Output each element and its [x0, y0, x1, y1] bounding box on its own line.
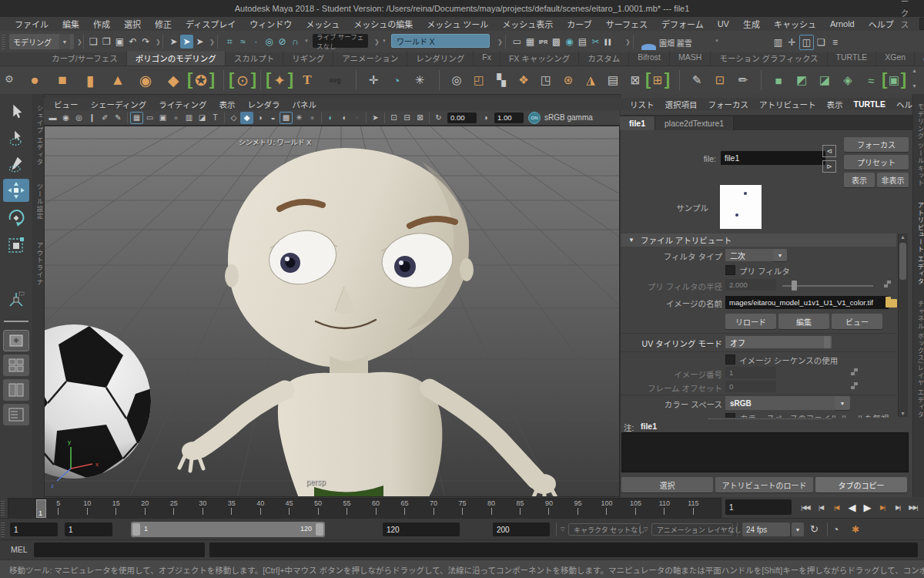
- uv-contour-stretch-icon[interactable]: ≈: [861, 69, 881, 92]
- lattice-deform-icon[interactable]: ⊠: [625, 69, 645, 92]
- poly-polygon-icon[interactable]: ⊙: [231, 69, 254, 92]
- separate-icon[interactable]: ▚: [491, 69, 511, 92]
- ignore-color-space-rules-checkbox[interactable]: [725, 413, 735, 418]
- multi-cut-icon[interactable]: ✏: [733, 69, 753, 92]
- snap-to-grid-icon[interactable]: ⌗: [223, 35, 236, 49]
- menu-item[interactable]: ディスプレイ: [179, 18, 243, 30]
- texture-map-icon[interactable]: [851, 368, 858, 375]
- filter-type-dropdown[interactable]: 二次: [725, 249, 779, 261]
- multisample-icon[interactable]: ◖: [337, 112, 350, 124]
- attribute-editor-tab[interactable]: place2dTexture1: [655, 116, 734, 130]
- input-connection-icon[interactable]: ⊲: [822, 145, 836, 157]
- viewport-canvas[interactable]: y x z: [44, 126, 620, 497]
- shadows-icon[interactable]: ✳: [293, 112, 306, 124]
- gamma-field[interactable]: 1.00: [494, 113, 524, 123]
- uv-spherical-mapping-icon[interactable]: ◪: [815, 69, 835, 92]
- time-options-icon[interactable]: ◔: [387, 69, 407, 92]
- select-node-button[interactable]: 選択: [621, 477, 713, 492]
- modeling-toolkit-tab[interactable]: モデリング ツールキット: [916, 103, 924, 187]
- wireframe-on-shaded-icon[interactable]: ◑: [253, 112, 266, 124]
- shelf-tab[interactable]: Fx: [474, 51, 500, 66]
- menu-item[interactable]: 編集: [55, 18, 86, 30]
- shelf-tab[interactable]: FX キャッシング: [500, 51, 579, 66]
- step-back-key-button[interactable]: |◀: [829, 499, 844, 516]
- play-forwards-button[interactable]: ▶: [859, 499, 875, 516]
- shelf-tab[interactable]: モーション グラフィックス: [711, 51, 827, 66]
- scroll-up-icon[interactable]: ▲: [899, 234, 907, 240]
- splitter-handle[interactable]: [708, 418, 832, 419]
- exposure-field[interactable]: 0.00: [447, 113, 477, 123]
- shelf-tab[interactable]: レンダリング: [407, 51, 474, 66]
- channel-box-tab[interactable]: チャネル ボックス/レイヤ エディタ: [916, 301, 924, 418]
- menu-item[interactable]: 生成: [736, 18, 767, 30]
- save-scene-icon[interactable]: ▣: [113, 35, 126, 49]
- attribute-editor-menu-item[interactable]: フォーカス: [703, 99, 755, 110]
- output-connection-icon[interactable]: ⊳: [822, 160, 836, 173]
- range-start-handle[interactable]: [132, 523, 140, 536]
- quadrangulate-icon[interactable]: ▤: [603, 69, 623, 92]
- show-button[interactable]: 表示: [844, 173, 875, 187]
- outliner-tab[interactable]: アウトライナ: [35, 242, 44, 286]
- measure-axis-icon[interactable]: ✛: [363, 69, 383, 92]
- workspace-humanik-icon[interactable]: ✛: [785, 35, 798, 49]
- shelf-tab[interactable]: MASH: [670, 51, 711, 66]
- go-to-start-button[interactable]: |◀◀: [798, 499, 813, 516]
- color-space-arrow[interactable]: ▼: [835, 396, 850, 410]
- booleans-icon[interactable]: ◎: [447, 69, 467, 92]
- move-tool[interactable]: [3, 179, 29, 202]
- animation-layer-selector[interactable]: アニメーション レイヤなし: [651, 523, 733, 536]
- pause-viewport-icon[interactable]: ▌▌: [602, 35, 615, 49]
- redo-icon[interactable]: ↷: [139, 35, 152, 49]
- uv-tiling-mode-dropdown[interactable]: オフ: [725, 336, 832, 348]
- shape-editor-tab[interactable]: シェイプ エディタ: [35, 105, 44, 166]
- menu-item[interactable]: Arnold: [823, 19, 862, 29]
- character-set-selector[interactable]: キャラクタ セットなし: [568, 523, 641, 536]
- shelf-tab[interactable]: ポリゴンのモデリング: [127, 51, 226, 66]
- poly-super-shape-icon[interactable]: ✦: [268, 69, 291, 92]
- reload-button[interactable]: リロード: [725, 314, 776, 329]
- viewport-menu-item[interactable]: ライティング: [152, 99, 213, 110]
- snap-to-projected-center-icon[interactable]: ◎: [263, 35, 276, 49]
- chevron-down-icon[interactable]: ▼: [304, 39, 310, 43]
- attribute-editor-toggle-icon[interactable]: ◫: [799, 35, 814, 50]
- texture-map-icon[interactable]: [884, 281, 891, 287]
- snap-to-point-icon[interactable]: ∙: [249, 35, 263, 49]
- collapse-arrow-icon[interactable]: ❯: [156, 39, 162, 45]
- bookmark-icon[interactable]: ❙: [85, 112, 99, 124]
- range-end-handle[interactable]: [316, 523, 323, 536]
- select-component-icon[interactable]: ➤: [193, 35, 206, 49]
- xray-joints-icon[interactable]: ⊟: [400, 112, 413, 124]
- uv-planar-mapping-icon[interactable]: ■: [768, 69, 788, 92]
- uv-editor-icon[interactable]: ▣: [884, 69, 904, 92]
- command-line-language-toggle[interactable]: MEL: [11, 545, 28, 554]
- poly-disc-icon[interactable]: ✪: [189, 69, 213, 92]
- viewport-menu-item[interactable]: ビュー: [48, 99, 85, 110]
- animation-start-field[interactable]: 1: [10, 523, 58, 536]
- shelf-scroll-up-icon[interactable]: ▲: [912, 68, 917, 73]
- use-image-sequence-checkbox[interactable]: [725, 355, 735, 365]
- playback-loop-icon[interactable]: ↻: [810, 523, 819, 535]
- current-frame-field[interactable]: 1: [725, 499, 792, 515]
- focus-button[interactable]: フォーカス: [844, 137, 909, 152]
- four-pane-layout-button[interactable]: [3, 355, 29, 376]
- zero-transform-icon[interactable]: ✳: [410, 69, 430, 92]
- auto-key-clock-icon[interactable]: ◔: [833, 524, 839, 535]
- uv-tiling-mode-arrow[interactable]: [824, 336, 830, 348]
- pre-filter-radius-field[interactable]: 2.000: [725, 279, 776, 291]
- open-render-view-icon[interactable]: ▭: [511, 35, 524, 49]
- workspace-single-icon[interactable]: ▥: [772, 35, 785, 49]
- menu-item[interactable]: メッシュ ツール: [420, 18, 495, 30]
- range-slider-bar[interactable]: 1 120: [131, 522, 325, 537]
- safe-title-icon[interactable]: T: [209, 112, 222, 124]
- grid-icon[interactable]: ▦: [130, 112, 143, 124]
- live-surface-field[interactable]: ライブ サーフェスなし: [313, 34, 368, 48]
- mirror-icon[interactable]: ◳: [536, 69, 556, 92]
- camera-attributes-icon[interactable]: ◎: [72, 112, 85, 124]
- poly-sphere-icon[interactable]: ●: [23, 69, 46, 92]
- wireframe-icon[interactable]: ◇: [227, 112, 240, 124]
- viewport-menu-item[interactable]: パネル: [286, 99, 323, 110]
- poly-type-icon[interactable]: T: [296, 69, 319, 92]
- hide-button[interactable]: 非表示: [877, 173, 909, 187]
- isolate-select-icon[interactable]: ➤: [369, 112, 382, 124]
- chevron-down-icon[interactable]: ▽: [561, 526, 564, 533]
